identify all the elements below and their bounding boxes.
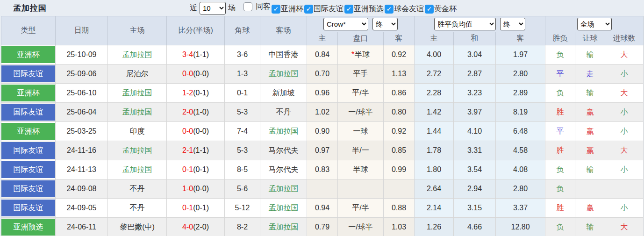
cell-result: 负: [545, 179, 575, 199]
col-header-home: 主场: [108, 16, 167, 45]
cell-goals-result: 小: [605, 199, 644, 218]
cell-handicap: 平/半: [338, 199, 384, 218]
cell-asian-home-odds: 0.94: [307, 199, 338, 218]
type-badge: 国际友谊: [1, 104, 55, 121]
cell-euro-away: 12.80: [496, 218, 545, 236]
odds-company-select[interactable]: Crow*: [323, 18, 368, 30]
cell-type: 国际友谊: [1, 199, 56, 218]
cell-away-team: 孟加拉国: [260, 199, 307, 218]
type-badge: 亚洲杯: [1, 85, 55, 101]
cell-date: 25-06-04: [56, 103, 108, 122]
cell-euro-home: 4.00: [415, 45, 454, 64]
cell-asian-away-odds: 1.13: [384, 64, 415, 84]
fulltime-score: 0-1: [182, 165, 193, 173]
cell-euro-away: 4.58: [496, 141, 545, 160]
type-badge: 国际友谊: [1, 161, 55, 178]
cell-goals-result: 大: [605, 218, 644, 236]
cell-euro-away: 2.80: [496, 179, 545, 199]
cell-result: 平: [545, 64, 575, 84]
cell-result: 负: [545, 45, 575, 64]
halftime-score: (0-1): [193, 165, 209, 173]
match-row: 亚洲杯25-06-10孟加拉国1-2(0-1)0-1新加坡0.96平/半0.86…: [1, 84, 644, 103]
filter-checkbox-国际友谊[interactable]: ✓国际友谊: [304, 4, 343, 14]
cell-handicap-result: 赢: [575, 122, 605, 141]
cell-corners: 5-6: [225, 179, 260, 199]
fulltime-score: 0-0: [182, 70, 193, 78]
checkbox-checked-icon[interactable]: ✓: [425, 5, 434, 14]
cell-euro-home: 1.80: [415, 160, 454, 179]
cell-asian-home-odds: 1.02: [307, 103, 338, 122]
match-row: 国际友谊25-06-04孟加拉国2-0(1-0)5-3不丹1.02一/球半0.8…: [1, 103, 644, 122]
cell-corners: 0-1: [225, 84, 260, 103]
subcol-result: 胜负: [545, 32, 575, 45]
live-odds-star-icon: *: [351, 50, 354, 58]
cell-euro-home: 1.44: [415, 122, 454, 141]
cell-handicap: 平手: [338, 64, 384, 84]
recent-count-select[interactable]: 10: [200, 2, 226, 14]
cell-handicap-result: 输: [575, 84, 605, 103]
subcol-asian-home: 主: [307, 32, 338, 45]
cell-score: 0-1(0-1): [167, 199, 225, 218]
filter-checkbox-黄金杯[interactable]: ✓黄金杯: [425, 4, 457, 14]
cell-score: 2-1(1-1): [167, 141, 225, 160]
cell-asian-home-odds: 0.83: [307, 160, 338, 179]
halftime-score: (0-0): [193, 127, 209, 135]
cell-result: 胜: [545, 103, 575, 122]
subcol-asian-away: 客: [384, 32, 415, 45]
cell-asian-home-odds: 0.90: [307, 122, 338, 141]
cell-handicap-result: 赢: [575, 103, 605, 122]
checkbox-checked-icon[interactable]: ✓: [304, 5, 313, 14]
checkbox-checked-icon[interactable]: ✓: [385, 5, 394, 14]
halftime-score: (0-1): [193, 89, 209, 97]
filter-checkbox-亚洲预选[interactable]: ✓亚洲预选: [344, 4, 384, 14]
checkbox-checked-icon[interactable]: ✓: [344, 5, 353, 14]
checkbox-checked-icon[interactable]: ✓: [272, 5, 280, 14]
filter-checkbox-label: 黄金杯: [434, 4, 457, 14]
cell-goals-result: 大: [605, 141, 644, 160]
filter-checkbox-同客[interactable]: 同客: [243, 2, 271, 12]
subcol-goals: 进球数: [605, 32, 644, 45]
top-bar: 孟加拉国 近 10 场 同客✓亚洲杯✓国际友谊✓亚洲预选✓球会友谊✓黄金杯: [0, 0, 644, 16]
cell-away-team: 孟加拉国: [260, 218, 307, 236]
filter-checkbox-球会友谊[interactable]: ✓球会友谊: [385, 4, 424, 14]
checkbox-unchecked-icon[interactable]: [243, 2, 252, 11]
halftime-score: (0-1): [193, 204, 209, 212]
cell-handicap: 一球: [338, 122, 384, 141]
cell-result: 平: [545, 122, 575, 141]
cell-type: 国际友谊: [1, 64, 56, 84]
cell-home-team: 尼泊尔: [108, 64, 167, 84]
euro-odds-type-select[interactable]: 胜平负均值: [434, 18, 496, 30]
cell-asian-home-odds: 0.97: [307, 141, 338, 160]
col-header-away: 客场: [260, 16, 307, 45]
halftime-score: (0-0): [193, 185, 209, 193]
cell-score: 4-0(2-0): [167, 218, 225, 236]
halftime-score: (0-0): [193, 70, 209, 78]
fulltime-score: 2-0: [182, 108, 193, 116]
cell-euro-draw: 3.31: [454, 141, 496, 160]
cell-date: 24-11-13: [56, 160, 108, 179]
cell-euro-draw: 3.54: [454, 160, 496, 179]
cell-asian-away-odds: 0.92: [384, 122, 415, 141]
cell-corners: 5-12: [225, 199, 260, 218]
cell-euro-draw: 3.04: [454, 45, 496, 64]
cell-asian-away-odds: 0.85: [384, 141, 415, 160]
cell-corners: 5-3: [225, 103, 260, 122]
asian-odds-time-select[interactable]: 终: [372, 18, 398, 30]
cell-euro-draw: 4.10: [454, 122, 496, 141]
cell-handicap: 平/半: [338, 84, 384, 103]
cell-asian-away-odds: 0.86: [384, 84, 415, 103]
halftime-score: (2-0): [193, 223, 209, 231]
cell-type: 国际友谊: [1, 103, 56, 122]
cell-type: 亚洲杯: [1, 45, 56, 64]
cell-result: 负: [545, 84, 575, 103]
result-scope-select[interactable]: 全场: [577, 18, 612, 30]
filter-checkbox-亚洲杯[interactable]: ✓亚洲杯: [272, 4, 303, 14]
fulltime-score: 4-0: [182, 223, 193, 231]
cell-euro-draw: 2.87: [454, 64, 496, 84]
cell-asian-away-odds: 0.80: [384, 103, 415, 122]
euro-odds-time-select[interactable]: 终: [500, 18, 525, 30]
type-badge: 亚洲杯: [1, 46, 55, 63]
fulltime-score: 3-4: [182, 50, 193, 58]
cell-away-team: 新加坡: [260, 84, 307, 103]
cell-score: 1-2(0-1): [167, 84, 225, 103]
